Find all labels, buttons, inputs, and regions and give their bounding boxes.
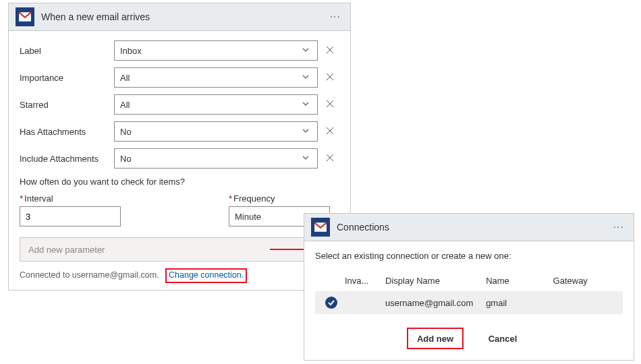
connections-table: Inva... Display Name Name Gateway userna… [315,270,623,314]
importance-select[interactable]: All [114,67,318,88]
has-attachments-select[interactable]: No [114,121,318,142]
field-label-row: Label Inbox [20,40,339,61]
add-parameter-dropdown[interactable]: Add new parameter [20,237,339,262]
poll-question: How often do you want to check for items… [20,177,339,187]
field-label: Label [20,46,114,56]
trigger-header: When a new email arrives ··· [9,3,350,31]
clear-icon[interactable] [320,45,339,57]
connections-header: Connections ··· [304,214,634,241]
field-importance-row: Importance All [20,67,339,88]
field-incattach-row: Include Attachments No [20,148,339,169]
connections-buttons: Add new Cancel [315,328,623,349]
more-menu-icon[interactable]: ··· [327,11,343,23]
interval-input[interactable] [20,206,121,226]
interval-label: *Interval [20,193,121,204]
connections-card: Connections ··· Select an existing conne… [304,213,634,361]
gmail-icon [16,7,34,26]
chevron-down-icon [300,127,312,137]
field-hasattach-row: Has Attachments No [20,121,339,142]
interval-row: *Interval *Frequency Minute [20,193,339,226]
add-new-button[interactable]: Add new [407,328,464,349]
connections-table-head: Inva... Display Name Name Gateway [315,270,623,291]
connections-body: Select an existing connection or create … [304,241,634,360]
connections-title: Connections [337,222,611,233]
include-attachments-select[interactable]: No [114,148,318,169]
clear-icon[interactable] [320,126,339,138]
chevron-down-icon [300,100,312,110]
selected-check-icon [325,297,337,309]
chevron-down-icon [300,46,312,56]
field-starred-row: Starred All [20,94,339,115]
trigger-title: When a new email arrives [41,11,327,22]
cancel-button[interactable]: Cancel [474,328,531,349]
more-menu-icon[interactable]: ··· [611,221,627,233]
clear-icon[interactable] [320,153,339,164]
trigger-body: Label Inbox Importance All Starred All [9,31,350,290]
connection-row[interactable]: username@gmail.com gmail [315,291,623,314]
starred-select[interactable]: All [114,94,318,115]
frequency-label: *Frequency [229,193,330,204]
clear-icon[interactable] [320,99,339,111]
gmail-icon [311,218,330,237]
connection-info: Connected to username@gmail.com. Change … [20,268,339,283]
connections-prompt: Select an existing connection or create … [315,251,623,261]
chevron-down-icon [300,73,312,83]
trigger-card: When a new email arrives ··· Label Inbox… [8,3,351,291]
change-connection-link[interactable]: Change connection. [165,268,247,283]
chevron-down-icon [300,154,312,164]
label-select[interactable]: Inbox [114,40,318,61]
clear-icon[interactable] [320,72,339,84]
